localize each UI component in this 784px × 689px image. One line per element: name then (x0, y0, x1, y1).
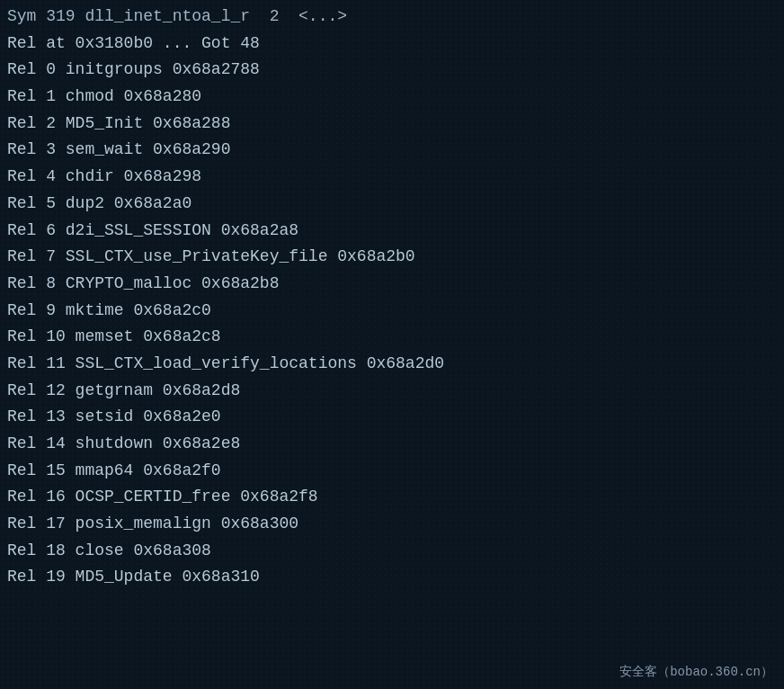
terminal-line: Rel 9 mktime 0x68a2c0 (7, 298, 777, 325)
terminal-line: Rel 19 MD5_Update 0x68a310 (7, 564, 777, 591)
terminal-line: Rel at 0x3180b0 ... Got 48 (7, 31, 777, 58)
terminal-line: Rel 8 CRYPTO_malloc 0x68a2b8 (7, 271, 777, 298)
terminal-line: Rel 17 posix_memalign 0x68a300 (7, 511, 777, 538)
terminal-line: Rel 14 shutdown 0x68a2e8 (7, 431, 777, 458)
terminal-line: Rel 10 memset 0x68a2c8 (7, 324, 777, 351)
terminal-line: Rel 4 chdir 0x68a298 (7, 164, 777, 191)
terminal-line: Sym 319 dll_inet_ntoa_l_r 2 <...> (7, 4, 777, 31)
terminal-line: Rel 6 d2i_SSL_SESSION 0x68a2a8 (7, 218, 777, 245)
terminal-line: Rel 3 sem_wait 0x68a290 (7, 137, 777, 164)
terminal-line: Rel 7 SSL_CTX_use_PrivateKey_file 0x68a2… (7, 244, 777, 271)
terminal-line: Rel 11 SSL_CTX_load_verify_locations 0x6… (7, 351, 777, 378)
terminal-line: Rel 16 OCSP_CERTID_free 0x68a2f8 (7, 484, 777, 511)
terminal-line: Rel 13 setsid 0x68a2e0 (7, 404, 777, 431)
terminal-window: Sym 319 dll_inet_ntoa_l_r 2 <...>Rel at … (0, 0, 784, 689)
terminal-line: Rel 2 MD5_Init 0x68a288 (7, 111, 777, 138)
terminal-line: Rel 18 close 0x68a308 (7, 538, 777, 565)
terminal-line: Rel 15 mmap64 0x68a2f0 (7, 458, 777, 485)
watermark: 安全客（bobao.360.cn） (619, 662, 773, 682)
terminal-line: Rel 5 dup2 0x68a2a0 (7, 191, 777, 218)
terminal-line: Rel 12 getgrnam 0x68a2d8 (7, 378, 777, 405)
terminal-line: Rel 0 initgroups 0x68a2788 (7, 57, 777, 84)
terminal-line: Rel 1 chmod 0x68a280 (7, 84, 777, 111)
